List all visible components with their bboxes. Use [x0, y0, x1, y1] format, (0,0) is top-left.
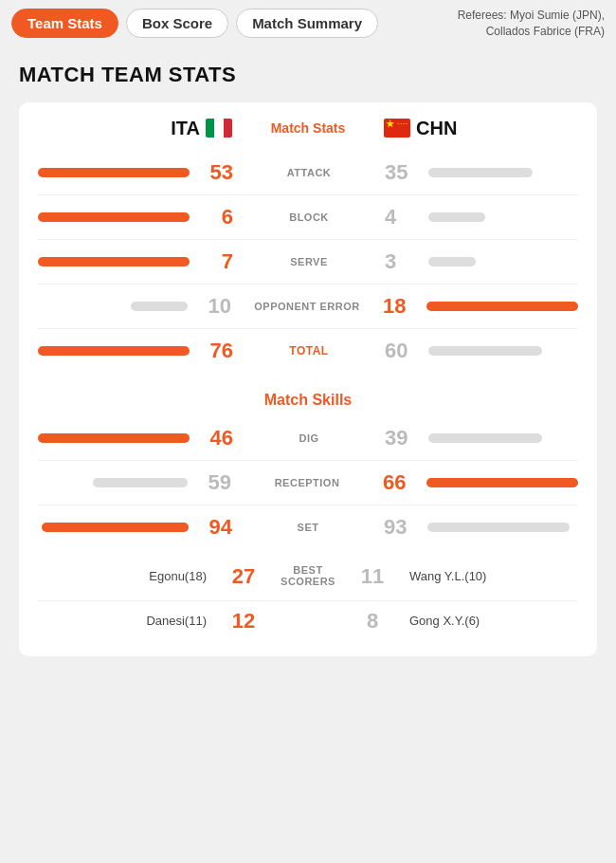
right-bar	[428, 346, 542, 356]
tab-box-score[interactable]: Box Score	[126, 9, 228, 38]
left-bar	[38, 433, 190, 443]
left-bar	[42, 523, 189, 532]
tab-team-stats[interactable]: Team Stats	[11, 9, 118, 38]
right-value: 39	[385, 426, 419, 450]
team-left-name: ITA	[171, 118, 200, 139]
right-bar-container: 3	[385, 249, 578, 274]
left-bar-container: 76	[38, 339, 233, 363]
stat-category-label: RECEPTION	[231, 477, 383, 488]
stat-category-label: DIG	[233, 432, 385, 444]
stat-category-label: SERVE	[233, 256, 385, 267]
stat-category-label: OPPONENT ERROR	[231, 301, 383, 312]
right-value: 66	[383, 470, 417, 495]
team-right-header: CHN	[384, 118, 578, 139]
best-scorers-section: Egonu(18) 27 BEST SCORERS 11 Wang Y.L.(1…	[38, 553, 578, 641]
left-bar	[38, 168, 190, 177]
stat-row: 59 RECEPTION 66	[38, 461, 578, 505]
right-value: 18	[383, 294, 417, 319]
stat-row: 7 SERVE 3	[38, 240, 578, 285]
left-bar	[38, 212, 190, 222]
best-scorers-label: BEST SCORERS	[265, 560, 351, 593]
scorer-left-name: Egonu(18)	[38, 569, 222, 583]
scorer-left-value: 27	[222, 564, 265, 589]
referees-info: Referees: Myoi Sumie (JPN),Collados Fabr…	[458, 8, 605, 40]
scorer-row: Danesi(11) 12 8 Gong X.Y.(6)	[38, 601, 578, 641]
right-bar-container: 93	[384, 515, 578, 540]
left-bar	[38, 346, 190, 356]
right-value: 3	[385, 249, 419, 274]
right-bar-container: 4	[385, 205, 578, 230]
left-value: 76	[199, 339, 233, 363]
left-bar	[131, 302, 188, 311]
left-bar-container: 6	[38, 205, 233, 230]
team-left-header: ITA	[38, 118, 232, 139]
right-bar	[426, 302, 578, 311]
right-bar-container: 66	[383, 470, 578, 495]
stat-row: 76 TOTAL 60	[38, 329, 578, 373]
left-value: 46	[199, 426, 233, 450]
left-bar-container: 7	[38, 249, 233, 274]
match-stats-section: 53 ATTACK 35 6 BLOCK 4	[38, 151, 578, 373]
page-title: MATCH TEAM STATS	[19, 63, 597, 87]
stat-row: 94 SET 93	[38, 505, 578, 549]
stat-row: 46 DIG 39	[38, 416, 578, 461]
italy-flag-icon	[206, 119, 232, 138]
stat-category-label: SET	[232, 522, 384, 533]
stats-card: ITA Match Stats CHN 53	[19, 102, 597, 656]
left-value: 7	[199, 249, 233, 274]
team-right-name: CHN	[416, 118, 457, 139]
tab-match-summary[interactable]: Match Summary	[236, 9, 378, 38]
stat-category-label: TOTAL	[233, 344, 385, 358]
skills-header: Match Skills	[38, 392, 578, 409]
right-bar-container: 39	[385, 426, 578, 450]
scorer-row: Egonu(18) 27 BEST SCORERS 11 Wang Y.L.(1…	[38, 553, 578, 601]
right-value: 93	[384, 515, 418, 540]
left-bar	[93, 478, 188, 487]
stat-row: 10 OPPONENT ERROR 18	[38, 285, 578, 329]
left-bar-container: 46	[38, 426, 233, 450]
scorer-right-value: 8	[351, 609, 394, 633]
stat-row: 53 ATTACK 35	[38, 151, 578, 195]
left-value: 53	[199, 160, 233, 185]
top-navigation: Team Stats Box Score Match Summary Refer…	[0, 0, 616, 47]
right-bar	[426, 478, 578, 487]
scorer-right-name: Wang Y.L.(10)	[394, 569, 578, 583]
stat-category-label: ATTACK	[233, 167, 385, 178]
right-bar-container: 60	[385, 339, 578, 363]
scorer-right-name: Gong X.Y.(6)	[394, 614, 578, 628]
left-value: 94	[198, 515, 232, 540]
right-value: 4	[385, 205, 419, 230]
stat-category-label: BLOCK	[233, 211, 385, 223]
right-bar	[427, 523, 570, 532]
right-value: 35	[385, 160, 419, 185]
teams-header: ITA Match Stats CHN	[38, 118, 578, 139]
right-bar-container: 35	[385, 160, 578, 185]
left-value: 59	[197, 470, 231, 495]
scorer-right-value: 11	[351, 564, 394, 589]
main-content: MATCH TEAM STATS ITA Match Stats CHN	[0, 47, 616, 671]
scorer-left-value: 12	[222, 609, 265, 633]
skills-section: 46 DIG 39 59 RECEPTION 66	[38, 416, 578, 549]
right-value: 60	[385, 339, 419, 363]
right-bar	[428, 257, 476, 266]
right-bar	[428, 168, 533, 177]
left-value: 10	[197, 294, 231, 319]
left-bar-container: 10	[38, 294, 231, 319]
left-bar-container: 59	[38, 470, 231, 495]
match-stats-label: Match Stats	[232, 120, 384, 136]
right-bar	[428, 433, 542, 443]
left-value: 6	[199, 205, 233, 230]
stat-row: 6 BLOCK 4	[38, 195, 578, 240]
left-bar-container: 94	[38, 515, 232, 540]
left-bar-container: 53	[38, 160, 233, 185]
scorer-left-name: Danesi(11)	[38, 614, 222, 628]
left-bar	[38, 257, 190, 266]
right-bar	[428, 212, 485, 222]
right-bar-container: 18	[383, 294, 578, 319]
china-flag-icon	[384, 119, 410, 138]
